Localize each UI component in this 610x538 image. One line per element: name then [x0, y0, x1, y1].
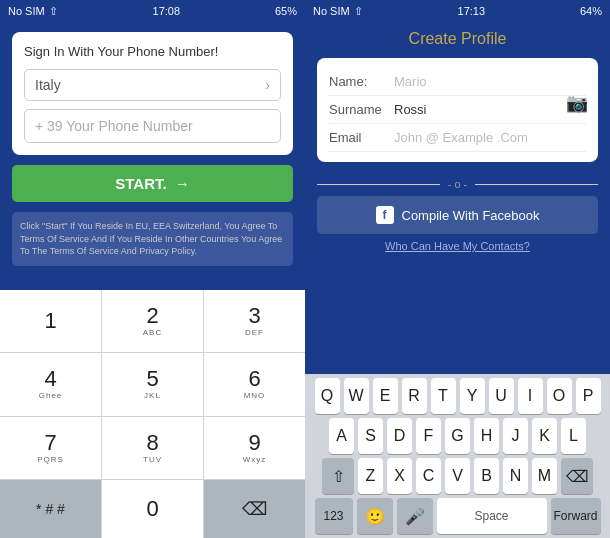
name-placeholder: Mario	[394, 74, 586, 89]
surname-field[interactable]: Surname Rossi	[329, 96, 586, 124]
key-r[interactable]: R	[402, 378, 427, 414]
key-k[interactable]: K	[532, 418, 557, 454]
key-s[interactable]: S	[358, 418, 383, 454]
key-t[interactable]: T	[431, 378, 456, 414]
country-selector[interactable]: Italy ›	[24, 69, 281, 101]
divider-text: - o -	[448, 178, 468, 190]
country-value: Italy	[35, 77, 61, 93]
key-star-hash[interactable]: * # #	[0, 480, 101, 538]
battery-right: 64%	[580, 5, 602, 17]
keyboard-row-3: ⇧ Z X C V B N M ⌫	[307, 458, 608, 494]
key-q[interactable]: Q	[315, 378, 340, 414]
key-p[interactable]: P	[576, 378, 601, 414]
phone-left: No SIM ⇧ 17:08 65% Sign In With Your Pho…	[0, 0, 305, 538]
key-w[interactable]: W	[344, 378, 369, 414]
emoji-key[interactable]: 🙂	[357, 498, 393, 534]
terms-text: Click "Start" If You Reside In EU, EEA S…	[12, 212, 293, 266]
key-6[interactable]: 6 MNO	[204, 353, 305, 415]
mic-key[interactable]: 🎤	[397, 498, 433, 534]
key-y[interactable]: Y	[460, 378, 485, 414]
status-bar-left: No SIM ⇧ 17:08 65%	[0, 0, 305, 22]
email-field[interactable]: Email John @ Example .Com	[329, 124, 586, 152]
key-z[interactable]: Z	[358, 458, 383, 494]
key-f[interactable]: F	[416, 418, 441, 454]
key-4[interactable]: 4 Ghee	[0, 353, 101, 415]
phone-number-input[interactable]: + 39 Your Phone Number	[24, 109, 281, 143]
name-field[interactable]: Name: Mario	[329, 68, 586, 96]
key-9[interactable]: 9 Wxyz	[204, 417, 305, 479]
carrier-left: No SIM	[8, 5, 45, 17]
divider-line-right	[475, 184, 598, 185]
surname-value: Rossi	[394, 102, 586, 117]
facebook-button[interactable]: f Compile With Facebook	[317, 196, 598, 234]
email-label: Email	[329, 130, 394, 145]
key-b[interactable]: B	[474, 458, 499, 494]
email-placeholder: John @ Example .Com	[394, 130, 586, 145]
wifi-icon: ⇧	[49, 5, 58, 18]
status-right-right: 64%	[580, 5, 602, 17]
key-o[interactable]: O	[547, 378, 572, 414]
right-content: Create Profile Name: Mario Surname Rossi…	[305, 22, 610, 374]
name-label: Name:	[329, 74, 394, 89]
key-c[interactable]: C	[416, 458, 441, 494]
key-h[interactable]: H	[474, 418, 499, 454]
start-label: START.	[115, 175, 166, 192]
status-left-right: No SIM ⇧	[313, 5, 363, 18]
key-u[interactable]: U	[489, 378, 514, 414]
time-left: 17:08	[153, 5, 181, 17]
key-d[interactable]: D	[387, 418, 412, 454]
content-area-left: Sign In With Your Phone Number! Italy › …	[0, 22, 305, 290]
divider-line-left	[317, 184, 440, 185]
status-bar-right: No SIM ⇧ 17:13 64%	[305, 0, 610, 22]
camera-icon: 📷	[566, 92, 588, 114]
sign-in-title: Sign In With Your Phone Number!	[24, 44, 281, 59]
key-e[interactable]: E	[373, 378, 398, 414]
phone-right: No SIM ⇧ 17:13 64% Create Profile Name: …	[305, 0, 610, 538]
key-2[interactable]: 2 ABC	[102, 290, 203, 352]
chevron-right-icon: ›	[265, 77, 270, 93]
facebook-icon: f	[376, 206, 394, 224]
key-backspace[interactable]: ⌫	[204, 480, 305, 538]
forward-key[interactable]: Forward	[551, 498, 601, 534]
key-3[interactable]: 3 DEF	[204, 290, 305, 352]
battery-left: 65%	[275, 5, 297, 17]
key-g[interactable]: G	[445, 418, 470, 454]
sign-in-card: Sign In With Your Phone Number! Italy › …	[12, 32, 293, 155]
create-profile-title: Create Profile	[317, 30, 598, 48]
carrier-right: No SIM	[313, 5, 350, 17]
keyboard-row-1: Q W E R T Y U I O P	[307, 378, 608, 414]
wifi-icon-right: ⇧	[354, 5, 363, 18]
key-1[interactable]: 1	[0, 290, 101, 352]
keyboard-bottom-row: 123 🙂 🎤 Space Forward	[307, 498, 608, 534]
key-a[interactable]: A	[329, 418, 354, 454]
num-switch-key[interactable]: 123	[315, 498, 353, 534]
surname-label: Surname	[329, 102, 394, 117]
key-m[interactable]: M	[532, 458, 557, 494]
start-arrow: →	[175, 175, 190, 192]
key-x[interactable]: X	[387, 458, 412, 494]
key-0[interactable]: 0	[102, 480, 203, 538]
start-button[interactable]: START. →	[12, 165, 293, 202]
key-j[interactable]: J	[503, 418, 528, 454]
key-5[interactable]: 5 JKL	[102, 353, 203, 415]
contacts-link[interactable]: Who Can Have My Contacts?	[317, 240, 598, 252]
key-7[interactable]: 7 PQRS	[0, 417, 101, 479]
key-n[interactable]: N	[503, 458, 528, 494]
shift-key[interactable]: ⇧	[322, 458, 354, 494]
status-left: No SIM ⇧	[8, 5, 58, 18]
key-l[interactable]: L	[561, 418, 586, 454]
key-v[interactable]: V	[445, 458, 470, 494]
numeric-keyboard: 1 2 ABC 3 DEF 4 Ghee 5 JKL 6 MNO 7 PQRS …	[0, 290, 305, 538]
key-8[interactable]: 8 TUV	[102, 417, 203, 479]
time-right: 17:13	[458, 5, 486, 17]
keyboard-row-2: A S D F G H J K L	[307, 418, 608, 454]
status-right-left: 65%	[275, 5, 297, 17]
qwerty-backspace-key[interactable]: ⌫	[561, 458, 593, 494]
key-i[interactable]: I	[518, 378, 543, 414]
phone-placeholder: + 39 Your Phone Number	[35, 118, 193, 134]
qwerty-keyboard: Q W E R T Y U I O P A S D F G H J K L ⇧ …	[305, 374, 610, 538]
fb-button-label: Compile With Facebook	[402, 208, 540, 223]
profile-card: Name: Mario Surname Rossi Email John @ E…	[317, 58, 598, 162]
divider: - o -	[317, 178, 598, 190]
space-key[interactable]: Space	[437, 498, 547, 534]
